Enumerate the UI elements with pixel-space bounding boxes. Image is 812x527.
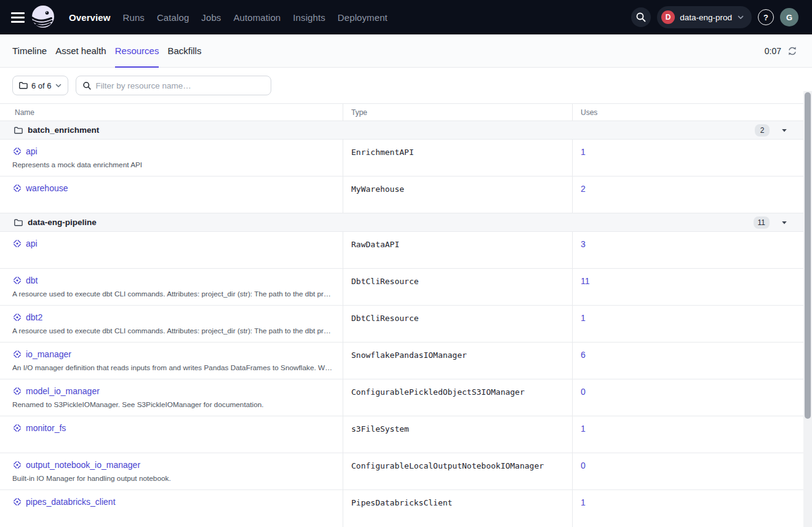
uses-cell: 1 — [572, 140, 803, 176]
uses-cell: 3 — [572, 232, 803, 268]
resource-uses-link[interactable]: 0 — [581, 387, 586, 397]
folder-icon — [18, 81, 28, 90]
resource-description: Renamed to S3PickleIOManager. See S3Pick… — [12, 400, 334, 409]
search-button[interactable] — [631, 7, 651, 27]
resource-icon — [12, 460, 22, 470]
deployment-switcher[interactable]: D data-eng-prod — [657, 6, 752, 28]
scrollbar-track[interactable] — [803, 91, 812, 527]
group-filter-dropdown[interactable]: 6 of 6 — [12, 76, 68, 95]
resource-row: warehouse MyWarehouse 2 — [0, 176, 803, 213]
resource-name-link[interactable]: monitor_fs — [26, 423, 66, 433]
resource-uses-link[interactable]: 3 — [581, 239, 586, 249]
tab-resources[interactable]: Resources — [115, 34, 159, 67]
collapse-caret-icon[interactable] — [781, 220, 787, 226]
name-cell: monitor_fs — [0, 416, 343, 453]
user-avatar[interactable]: G — [780, 8, 798, 26]
table-header: Name Type Uses — [0, 104, 803, 121]
name-cell: dbt A resource used to execute dbt CLI c… — [0, 269, 343, 305]
name-cell: pipes_databricks_client — [0, 490, 343, 527]
resource-uses-link[interactable]: 1 — [581, 497, 586, 507]
resource-icon — [12, 183, 22, 193]
help-button[interactable]: ? — [758, 9, 774, 25]
tab-asset-health[interactable]: Asset health — [55, 34, 106, 67]
resource-icon — [12, 275, 22, 285]
group-name: batch_enrichment — [28, 125, 99, 135]
column-header-type: Type — [343, 104, 572, 121]
resource-group-row[interactable]: batch_enrichment2 — [0, 121, 803, 140]
resource-description: A resource used to execute dbt CLI comma… — [12, 327, 334, 335]
resource-name-link[interactable]: dbt — [26, 275, 38, 285]
resource-description: Built-in IO Manager for handling output … — [12, 474, 334, 483]
deployment-initial-badge: D — [661, 10, 675, 24]
nav-item-runs[interactable]: Runs — [123, 12, 145, 23]
nav-item-automation[interactable]: Automation — [233, 12, 281, 23]
collapse-caret-icon[interactable] — [781, 127, 787, 133]
nav-item-overview[interactable]: Overview — [69, 12, 111, 23]
resource-group-row[interactable]: data-eng-pipeline11 — [0, 213, 803, 232]
resource-uses-link[interactable]: 2 — [581, 184, 586, 194]
name-cell: api — [0, 232, 343, 268]
resource-type: EnrichmentAPI — [343, 140, 572, 176]
resource-icon — [12, 239, 22, 248]
resource-uses-link[interactable]: 11 — [581, 276, 590, 286]
resource-row: model_io_manager Renamed to S3PickleIOMa… — [0, 379, 803, 416]
nav-item-jobs[interactable]: Jobs — [201, 12, 221, 23]
resources-table: Name Type Uses batch_enrichment2 api Rep… — [0, 103, 803, 527]
resource-type: PipesDatabricksClient — [343, 490, 572, 527]
resource-icon — [12, 312, 22, 322]
resource-name-link[interactable]: io_manager — [26, 349, 71, 359]
uses-cell: 1 — [572, 416, 803, 453]
folder-icon — [14, 218, 23, 228]
resource-icon — [12, 146, 22, 156]
resource-type: RawDataAPI — [343, 232, 572, 268]
overview-tabbar: Timeline Asset health Resources Backfill… — [0, 34, 812, 68]
column-header-name: Name — [0, 104, 343, 121]
group-name: data-eng-pipeline — [28, 218, 97, 227]
refresh-icon[interactable] — [787, 46, 797, 56]
group-count-badge: 2 — [755, 124, 770, 137]
resource-icon — [12, 423, 22, 433]
resource-uses-link[interactable]: 0 — [581, 461, 586, 470]
nav-item-deployment[interactable]: Deployment — [338, 12, 388, 23]
nav-item-catalog[interactable]: Catalog — [157, 12, 189, 23]
resource-uses-link[interactable]: 1 — [581, 313, 586, 323]
resource-type: DbtCliResource — [343, 306, 572, 342]
dagster-logo-icon[interactable] — [31, 5, 55, 30]
resource-type: ConfigurablePickledObjectS3IOManager — [343, 379, 572, 416]
resource-name-link[interactable]: api — [26, 146, 38, 156]
name-cell: dbt2 A resource used to execute dbt CLI … — [0, 306, 343, 342]
resource-description: A resource used to execute dbt CLI comma… — [12, 290, 334, 298]
search-icon — [635, 12, 647, 23]
nav-item-insights[interactable]: Insights — [293, 12, 325, 23]
resource-name-link[interactable]: warehouse — [26, 183, 68, 193]
resource-icon — [12, 497, 22, 507]
resource-name-link[interactable]: model_io_manager — [26, 386, 100, 396]
resource-type: s3FileSystem — [343, 416, 572, 453]
search-icon — [82, 81, 92, 90]
resource-description: An I/O manager definition that reads inp… — [12, 363, 334, 372]
resource-uses-link[interactable]: 1 — [581, 147, 586, 157]
uses-cell: 2 — [572, 176, 803, 213]
resource-name-link[interactable]: output_notebook_io_manager — [26, 460, 140, 470]
tab-timeline[interactable]: Timeline — [12, 34, 47, 67]
resource-row: pipes_databricks_client PipesDatabricksC… — [0, 490, 803, 527]
resource-row: api Represents a mock data enrichment AP… — [0, 140, 803, 176]
resource-name-link[interactable]: api — [26, 239, 38, 248]
resource-name-link[interactable]: dbt2 — [26, 312, 42, 322]
resource-type: ConfigurableLocalOutputNotebookIOManager — [343, 453, 572, 489]
resource-description: Represents a mock data enrichment API — [12, 160, 334, 169]
resource-row: dbt2 A resource used to execute dbt CLI … — [0, 306, 803, 343]
refresh-countdown: 0:07 — [765, 46, 781, 56]
resource-type: DbtCliResource — [343, 269, 572, 305]
menu-button[interactable] — [11, 10, 26, 25]
resource-uses-link[interactable]: 1 — [581, 424, 586, 434]
scrollbar-thumb[interactable] — [805, 92, 811, 419]
name-cell: model_io_manager Renamed to S3PickleIOMa… — [0, 379, 343, 416]
tab-backfills[interactable]: Backfills — [167, 34, 201, 67]
resource-uses-link[interactable]: 6 — [581, 350, 586, 360]
resource-name-link[interactable]: pipes_databricks_client — [26, 497, 116, 507]
resource-search-box — [76, 76, 271, 95]
resource-search-input[interactable] — [96, 81, 265, 90]
uses-cell: 1 — [572, 490, 803, 527]
deployment-name: data-eng-prod — [680, 13, 732, 22]
